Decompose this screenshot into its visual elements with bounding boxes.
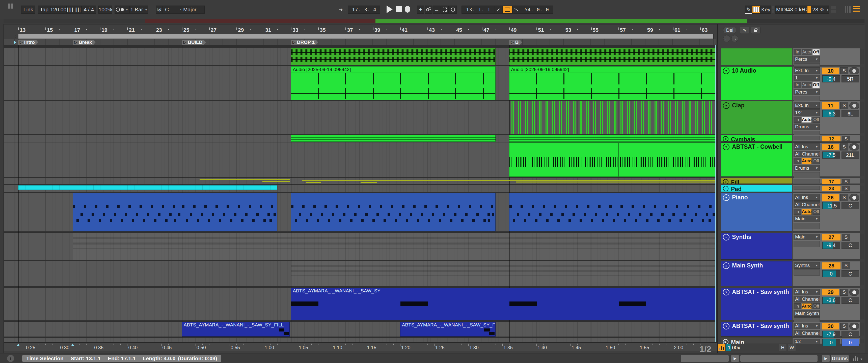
volume-field[interactable]: -6.3 [822,110,840,117]
warp-speed-icon[interactable] [718,344,725,351]
monitor-switch[interactable]: InAutoOff [794,82,820,88]
output-select[interactable]: Percs▼ [794,89,820,95]
monitor-switch[interactable]: InAutoOff [794,209,820,215]
automation-mode-button[interactable] [441,5,448,13]
record-button[interactable] [405,6,410,12]
midi-clip-field[interactable] [681,355,729,362]
pan-field[interactable]: C [841,202,860,209]
volume-field[interactable]: -7.5 [822,152,840,159]
scrub-area[interactable]: ▷ [18,34,714,39]
track-number[interactable]: 23 [822,186,840,191]
pan-field[interactable]: 5R [841,75,860,82]
link-button[interactable]: Link [21,5,35,13]
monitor-auto[interactable]: Auto [802,209,812,215]
monitor-off[interactable]: Off [812,49,820,55]
volume-field[interactable]: 0 [822,339,840,346]
clip[interactable]: Audio [2025-09-19 095942] [291,66,496,100]
monitor-in[interactable]: In [794,49,801,55]
clip[interactable] [291,193,496,231]
solo-button[interactable]: S [842,234,850,241]
preview-play-icon[interactable]: ▶ [731,355,739,362]
monitor-off[interactable]: Off [812,117,820,123]
volume-field[interactable]: 0 [822,270,840,277]
track-header-main-synth[interactable]: ≡Main Synth [721,261,792,286]
panel-bars-icon[interactable] [845,6,850,12]
unfold-icon[interactable]: ▼ [723,68,730,74]
routing-select[interactable]: Main▼ [794,234,820,240]
clip[interactable]: ABTS_AYMARA_-_WANANI_-_SAW_SY_FILL [400,322,496,336]
cue-play-icon[interactable]: ▶ [822,355,830,362]
delete-locator-button[interactable]: Del [723,27,736,34]
cpu-meter[interactable]: 28 % ▼ [807,5,829,13]
routing-select[interactable]: All Channels▼ [794,201,820,208]
solo-button[interactable]: S [840,143,848,151]
beat-time-ruler[interactable]: 1315171921232527293133353739414345474951… [4,27,717,34]
clip[interactable] [291,48,496,65]
routing-select[interactable]: All Ins▼ [794,289,820,295]
monitor-in[interactable]: In [794,303,801,309]
track-number[interactable]: 28 [822,262,840,269]
flat-sharp-toggle[interactable]: ♭♯ [156,5,163,13]
locator-flag[interactable]: Break [73,40,95,45]
volume-field[interactable]: -7.9 [822,331,840,338]
monitor-off[interactable]: Off [812,158,820,164]
locator-pencil-button[interactable]: ✎ [740,27,749,34]
key-map-button[interactable]: Key [760,5,771,13]
arm-button[interactable] [849,194,859,201]
optimize-height-button[interactable]: H [779,344,787,351]
optimize-width-button[interactable]: W [788,344,796,351]
clip[interactable] [509,193,716,231]
group-fold-icon[interactable]: ≡ [723,186,728,191]
routing-select[interactable]: All Ins▼ [794,323,820,329]
arm-button[interactable] [849,289,859,296]
quantize-menu[interactable]: 100% [98,5,112,13]
pan-field[interactable]: C [841,242,860,249]
locator-flag[interactable]: Intro [18,40,38,45]
routing-select[interactable]: 1/2▼ [794,339,820,344]
track-header-cymbals[interactable]: ≡Cymbals [721,135,792,142]
track-number[interactable]: 30 [822,323,839,329]
clip[interactable] [509,48,716,65]
unfold-icon[interactable]: ▼ [723,323,730,329]
track-number[interactable]: 26 [822,194,839,201]
tempo-field[interactable]: 120.00 [50,5,66,13]
empty-chooser[interactable] [794,241,820,247]
track-header-abtsat-saw-synth[interactable]: ▼ABTSAT - Saw synth [721,322,792,336]
clip[interactable]: ABTS_AYMARA_-_WANANI_-_SAW_SY [291,288,716,320]
pan-field[interactable]: C [841,331,860,338]
group-fold-icon[interactable]: ≡ [723,136,728,142]
playback-speed-field[interactable]: 1.00x [726,344,742,351]
arm-button[interactable] [849,143,859,151]
group-fold-icon[interactable]: ≡ [723,262,730,269]
menu-icon[interactable] [853,6,860,11]
output-select[interactable]: Percs▼ [794,56,820,63]
track-number[interactable]: 10 [822,68,839,74]
tap-tempo-button[interactable]: Tap [38,5,50,13]
monitor-off[interactable]: Off [812,209,820,215]
output-select[interactable]: Main▼ [794,216,820,222]
monitor-switch[interactable]: InAutoOff [794,303,820,309]
quantize-length-menu[interactable]: 1 Bar▼ [130,5,148,13]
empty-chooser[interactable] [794,269,820,275]
unfold-icon[interactable]: ▶ [723,339,728,344]
unfold-icon[interactable]: ▼ [723,289,730,295]
monitor-auto[interactable]: Auto [802,117,812,123]
monitor-in[interactable]: In [794,117,801,123]
stop-button[interactable] [396,6,402,12]
key-scale-menu[interactable]: Major [181,5,205,13]
monitor-auto[interactable]: Auto [802,49,811,55]
loop-switch[interactable] [502,5,513,13]
follow-button[interactable]: ➔.. [339,6,347,12]
time-signature-field[interactable]: 4 / 4 [82,5,96,13]
empty-chooser[interactable] [794,172,820,178]
routing-select[interactable]: All Ins▼ [794,194,820,201]
routing-select[interactable]: Synths▼ [794,262,820,269]
pan-field[interactable]: 21L [841,152,860,159]
monitor-auto[interactable]: Auto [802,303,812,309]
track-header-pad[interactable]: ≡Pad [721,185,792,192]
track-number[interactable]: 12 [822,136,840,141]
info-icon[interactable]: i [7,355,14,362]
current-group-label[interactable]: Drums [831,355,849,362]
add-take-lane-button[interactable]: + [417,5,425,13]
routing-select[interactable]: Ext. In▼ [794,67,820,74]
